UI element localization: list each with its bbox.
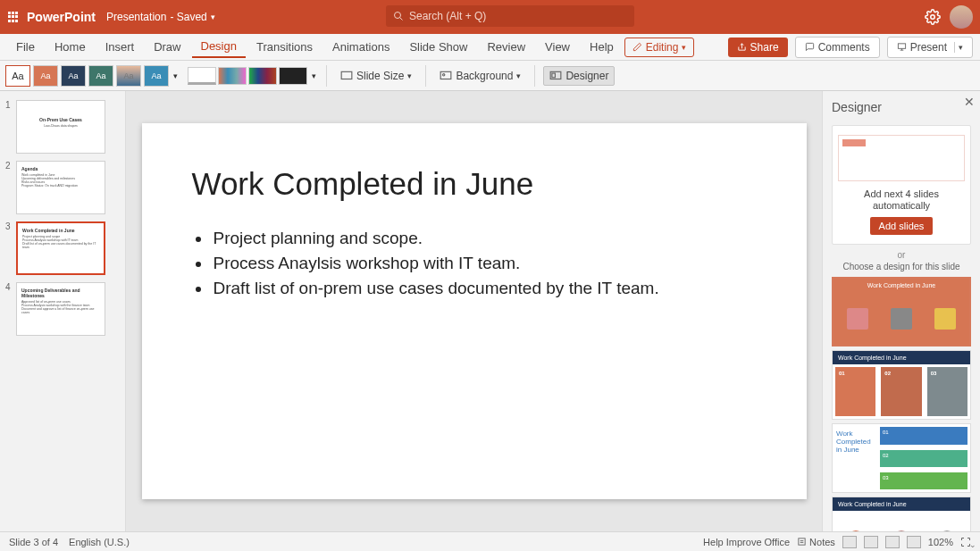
tab-design[interactable]: Design [192, 36, 246, 58]
comments-label: Comments [818, 41, 870, 54]
tab-review[interactable]: Review [478, 37, 534, 57]
title-bar: PowerPoint Presentation - Saved ▾ [0, 0, 980, 34]
tab-insert[interactable]: Insert [96, 37, 144, 57]
editing-mode-button[interactable]: Editing ▾ [624, 38, 695, 57]
designer-pane-title: Designer [823, 95, 980, 120]
app-launcher-icon[interactable] [7, 11, 20, 23]
chevron-down-icon[interactable]: ▾ [959, 43, 963, 52]
tab-file[interactable]: File [7, 37, 44, 57]
thumbnail-item[interactable]: 3 Work Completed in JuneProject planning… [0, 218, 125, 279]
thumbnail-pane: 1 On-Prem Use CasesLow-Chaos data shapes… [0, 91, 126, 531]
svg-point-6 [443, 73, 445, 75]
variant-swatch[interactable] [218, 67, 247, 85]
thumbnail-item[interactable]: 1 On-Prem Use CasesLow-Chaos data shapes [0, 96, 125, 157]
tab-slideshow[interactable]: Slide Show [400, 37, 476, 57]
share-button[interactable]: Share [728, 38, 788, 57]
svg-point-2 [931, 15, 935, 20]
slide-size-button[interactable]: Slide Size ▾ [335, 67, 417, 85]
variant-swatch[interactable] [279, 67, 307, 85]
gear-icon[interactable] [925, 9, 941, 25]
editing-label: Editing [646, 41, 679, 54]
tab-transitions[interactable]: Transitions [247, 37, 322, 57]
background-button[interactable]: Background ▾ [434, 67, 526, 85]
designer-add-preview [838, 135, 965, 181]
background-label: Background [456, 70, 513, 82]
tab-view[interactable]: View [536, 37, 579, 57]
themes-more-icon[interactable]: ▾ [172, 70, 180, 82]
search-input[interactable] [409, 10, 627, 22]
help-improve-link[interactable]: Help Improve Office [703, 537, 790, 547]
slideshow-view-icon[interactable] [907, 536, 921, 548]
tab-draw[interactable]: Draw [145, 37, 189, 57]
slide-size-label: Slide Size [356, 70, 404, 82]
zoom-level[interactable]: 102% [928, 537, 953, 547]
svg-rect-3 [898, 44, 905, 49]
theme-swatch[interactable]: Aa [33, 65, 58, 87]
slide-editor[interactable]: Work Completed in June Project planning … [126, 91, 822, 531]
share-label: Share [750, 41, 779, 54]
designer-button[interactable]: Designer [543, 66, 615, 86]
saved-label: - Saved [170, 11, 206, 23]
present-button[interactable]: Present ▾ [887, 37, 973, 58]
present-label: Present [910, 41, 947, 54]
variants-more-icon[interactable]: ▾ [310, 70, 318, 82]
thumbnail-item[interactable]: 4 Upcoming Deliverables and MilestonesAp… [0, 279, 125, 339]
design-option[interactable]: Work Completed in June123 [832, 497, 971, 531]
ribbon-collapse-icon[interactable]: ⌄ [969, 540, 976, 549]
or-label: or [823, 250, 980, 260]
slide-counter[interactable]: Slide 3 of 4 [9, 537, 58, 547]
notes-button[interactable]: Notes [797, 537, 835, 547]
theme-swatch[interactable]: Aa [144, 65, 169, 87]
chevron-down-icon: ▾ [682, 43, 686, 52]
language-label[interactable]: English (U.S.) [69, 537, 130, 547]
design-option[interactable]: Work Completed in June010203 [832, 423, 971, 493]
tab-help[interactable]: Help [581, 37, 623, 57]
chevron-down-icon[interactable]: ▾ [211, 13, 215, 21]
avatar[interactable] [950, 5, 973, 29]
theme-swatch[interactable]: Aa [116, 65, 141, 87]
close-icon[interactable]: ✕ [964, 95, 975, 109]
app-name: PowerPoint [27, 10, 96, 24]
svg-rect-5 [441, 71, 452, 79]
normal-view-icon[interactable] [842, 536, 857, 548]
slide-canvas[interactable]: Work Completed in June Project planning … [142, 123, 807, 499]
designer-add-card: Add next 4 slides automatically Add slid… [832, 125, 971, 245]
svg-rect-8 [552, 73, 556, 78]
svg-line-1 [400, 18, 403, 21]
tab-animations[interactable]: Animations [323, 37, 398, 57]
designer-add-msg: Add next 4 slides automatically [838, 188, 965, 212]
search-icon [393, 11, 404, 21]
svg-rect-9 [799, 538, 805, 545]
theme-swatch[interactable]: Aa [61, 65, 86, 87]
bullet-item[interactable]: Process Anaylsis workshop with IT team. [212, 254, 757, 273]
variant-swatch[interactable] [188, 67, 216, 85]
bullet-item[interactable]: Project planning and scope. [212, 229, 757, 248]
theme-swatch[interactable]: Aa [88, 65, 113, 87]
design-option[interactable]: Work Completed in June [832, 277, 971, 346]
sorter-view-icon[interactable] [864, 536, 878, 548]
theme-swatch[interactable]: Aa [5, 65, 30, 87]
svg-point-0 [395, 13, 401, 19]
slide-body[interactable]: Project planning and scope. Process Anay… [192, 229, 757, 298]
designer-label: Designer [565, 70, 608, 82]
thumb-num: 1 [5, 100, 16, 154]
choose-design-label: Choose a design for this slide [823, 262, 980, 271]
thumb-num: 4 [5, 282, 16, 336]
ribbon-design-content: Aa Aa Aa Aa Aa Aa ▾ ▾ Slide Size ▾ Backg… [0, 61, 980, 91]
reading-view-icon[interactable] [885, 536, 900, 548]
thumb-num: 3 [5, 221, 16, 275]
status-bar: Slide 3 of 4 English (U.S.) Help Improve… [0, 531, 980, 551]
doc-title[interactable]: Presentation [106, 11, 166, 23]
thumbnail-item[interactable]: 2 AgendaWork completed in June Upcoming … [0, 157, 125, 218]
add-slides-button[interactable]: Add slides [870, 217, 934, 235]
svg-rect-4 [341, 71, 352, 79]
slide-title[interactable]: Work Completed in June [192, 166, 757, 202]
design-option[interactable]: Work Completed in June010203 [832, 350, 971, 420]
variant-swatch[interactable] [248, 67, 277, 85]
tab-home[interactable]: Home [46, 37, 95, 57]
thumb-num: 2 [5, 161, 16, 214]
search-box[interactable] [386, 5, 634, 27]
comments-button[interactable]: Comments [795, 37, 880, 58]
designer-pane: Designer ✕ Add next 4 slides automatical… [822, 91, 980, 531]
bullet-item[interactable]: Draft list of on-prem use cases document… [212, 279, 757, 298]
